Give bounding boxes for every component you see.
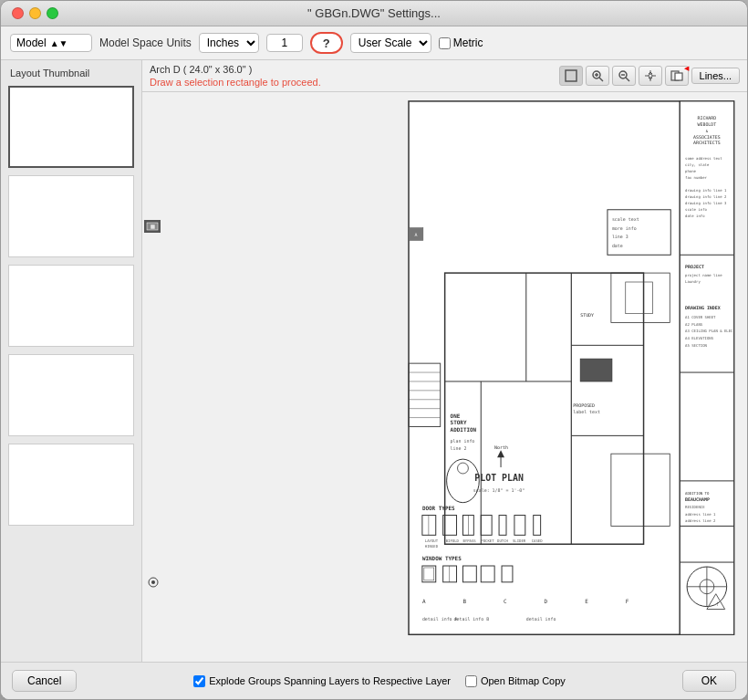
svg-text:label text: label text [573,409,600,414]
svg-text:fax number: fax number [685,175,707,180]
zoom-in-button[interactable] [586,66,609,86]
pan-icon [644,69,657,82]
svg-text:drawing info line 2: drawing info line 2 [685,194,727,199]
svg-text:PROJECT: PROJECT [685,264,704,269]
svg-text:A: A [422,598,426,604]
model-select-container[interactable]: Model ▲▼ [10,34,92,52]
svg-text:LAYOUT: LAYOUT [425,538,439,543]
svg-text:POCKET: POCKET [481,538,494,543]
svg-text:address line 2: address line 2 [685,518,716,523]
view-mode-icon [670,69,683,82]
svg-rect-16 [680,101,733,634]
dwg-svg: RICHARD WEBOLDT & ASSOCIATES ARCHITECTS … [156,92,747,662]
footer: Cancel Explode Groups Spanning Layers to… [1,662,747,699]
svg-text:F: F [626,598,629,604]
svg-text:ADDITION: ADDITION [451,426,477,433]
svg-text:drawing info line 1: drawing info line 1 [685,188,727,193]
close-button[interactable] [12,7,24,19]
svg-text:D: D [545,598,548,604]
title-bar: " GBGn.DWG" Settings... [1,1,747,26]
svg-text:SLIDER: SLIDER [513,538,526,543]
thumbnail-item-2[interactable] [8,175,134,257]
svg-text:CASED: CASED [532,538,544,543]
svg-text:HINGED: HINGED [425,544,439,549]
svg-text:detail info B: detail info B [454,616,490,622]
svg-text:A1 COVER SHEET: A1 COVER SHEET [685,315,716,319]
svg-text:city, state: city, state [685,162,710,167]
svg-text:DUTCH: DUTCH [497,538,509,543]
svg-text:North: North [494,444,508,450]
content-area: Layout Thumbnail Arch D ( 24.0" x 36.0" … [1,60,747,662]
thumbnail-item-5[interactable] [8,444,134,526]
svg-text:A4 ELEVATIONS: A4 ELEVATIONS [685,336,714,340]
svg-text:WINDOW TYPES: WINDOW TYPES [422,555,462,561]
svg-text:PROPOSED: PROPOSED [573,402,595,408]
svg-text:A3 CEILING PLAN & ELEC: A3 CEILING PLAN & ELEC [685,329,733,333]
svg-text:ARCHITECTS: ARCHITECTS [693,140,721,145]
svg-rect-0 [566,70,577,81]
open-bitmap-label[interactable]: Open Bitmap Copy [465,675,566,687]
main-window: " GBGn.DWG" Settings... Model ▲▼ Model S… [0,0,748,700]
model-space-units-label: Model Space Units [99,37,192,49]
svg-text:plan info: plan info [451,438,475,444]
footer-left: Cancel [12,670,77,692]
svg-text:A2 PLANS: A2 PLANS [685,322,703,327]
svg-text:line 3: line 3 [612,234,629,239]
zoom-out-button[interactable] [612,66,636,86]
minimize-button[interactable] [29,7,41,19]
svg-text:PLOT PLAN: PLOT PLAN [474,473,524,483]
svg-text:ASSOCIATES: ASSOCIATES [693,134,721,140]
svg-text:BEAUCHAMP: BEAUCHAMP [685,496,710,502]
open-bitmap-checkbox[interactable] [465,675,477,687]
traffic-lights [12,7,58,19]
scale-input[interactable] [266,34,303,52]
svg-text:WEBOLDT: WEBOLDT [697,121,716,127]
user-scale-select[interactable]: User Scale [350,33,431,53]
svg-text:address line 1: address line 1 [685,512,716,517]
drawing-area[interactable]: ⬜ [142,92,747,662]
svg-text:some address text: some address text [685,156,722,161]
svg-text:E: E [585,598,588,604]
view-info: Arch D ( 24.0" x 36.0" ) Draw a selectio… [150,64,321,88]
svg-text:BIFOLD: BIFOLD [446,538,460,543]
metric-checkbox-label[interactable]: Metric [439,37,483,49]
layout-thumbnail-header: Layout Thumbnail [1,60,141,82]
svg-text:date: date [612,243,623,248]
maximize-button[interactable] [47,7,58,19]
ok-button[interactable]: OK [682,670,736,692]
svg-text:drawing info line 3: drawing info line 3 [685,201,727,205]
bottom-icon-svg [147,576,160,589]
svg-text:⬜: ⬜ [151,225,155,229]
pan-button[interactable] [639,66,662,86]
svg-text:scale info: scale info [685,207,707,212]
explode-groups-label[interactable]: Explode Groups Spanning Layers to Respec… [193,675,451,687]
svg-text:STORY: STORY [451,419,467,425]
question-button[interactable]: ? [310,32,343,54]
svg-text:project name line: project name line [685,273,722,277]
svg-text:Laundry: Laundry [685,279,701,284]
thumbnail-item-3[interactable] [8,265,134,347]
toolbar: Model ▲▼ Model Space Units Inches ? User… [1,26,747,60]
svg-rect-10 [675,73,682,80]
model-dropdown-icon[interactable]: ▲▼ [50,38,68,48]
explode-groups-checkbox[interactable] [193,675,205,687]
right-panel: Arch D ( 24.0" x 36.0" ) Draw a selectio… [142,60,747,662]
svg-text:A: A [414,232,417,237]
svg-text:BYPASS: BYPASS [462,538,476,543]
svg-text:detail info: detail info [526,616,556,622]
svg-text:phone: phone [685,169,697,173]
model-label: Model [16,37,47,49]
units-select[interactable]: Inches [199,33,259,53]
metric-label: Metric [453,37,483,49]
cancel-button[interactable]: Cancel [12,670,77,692]
window-title: " GBGn.DWG" Settings... [307,6,441,20]
view-mode-button[interactable]: ◀ [665,66,689,86]
svg-text:scale text: scale text [612,216,639,222]
thumbnail-item-1[interactable] [8,86,134,168]
fit-view-button[interactable] [559,66,583,86]
metric-checkbox[interactable] [439,37,451,49]
view-toolbar: Arch D ( 24.0" x 36.0" ) Draw a selectio… [142,60,747,92]
lines-button[interactable]: Lines... [691,68,740,84]
svg-rect-64 [580,359,612,381]
thumbnail-item-4[interactable] [8,354,134,436]
